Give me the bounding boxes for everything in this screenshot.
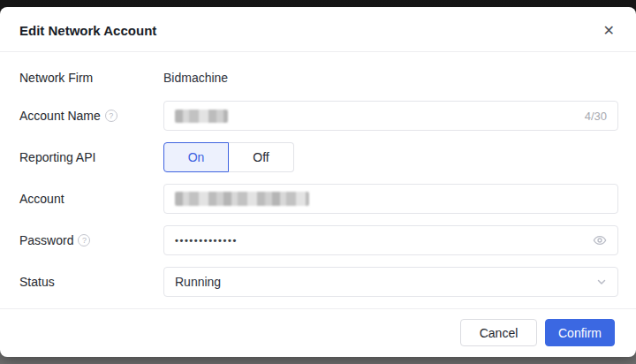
account-input[interactable]: [163, 184, 618, 214]
redacted-account-value: [175, 192, 309, 206]
edit-network-account-dialog: Edit Network Account ✕ Network Firm Bidm…: [0, 7, 636, 357]
eye-icon[interactable]: [593, 233, 607, 247]
account-row: Account: [19, 184, 618, 214]
confirm-button[interactable]: Confirm: [545, 319, 615, 346]
password-input[interactable]: •••••••••••••: [163, 225, 618, 255]
dialog-header: Edit Network Account ✕: [0, 7, 636, 51]
cancel-button[interactable]: Cancel: [460, 319, 537, 346]
status-select[interactable]: Running: [163, 267, 618, 297]
char-counter: 4/30: [585, 110, 607, 123]
account-name-input[interactable]: 4/30: [163, 101, 618, 131]
dialog-title: Edit Network Account: [19, 23, 156, 38]
reporting-api-toggle: On Off: [163, 142, 294, 172]
reporting-api-label: Reporting API: [19, 150, 163, 164]
network-firm-label: Network Firm: [19, 71, 163, 85]
status-row: Status Running: [19, 267, 618, 297]
dialog-body: Network Firm Bidmachine Account Name ? 4…: [0, 52, 636, 308]
status-label: Status: [19, 275, 163, 289]
masked-password-value: •••••••••••••: [175, 235, 238, 246]
close-icon[interactable]: ✕: [603, 24, 615, 38]
help-icon[interactable]: ?: [105, 110, 117, 122]
network-firm-value: Bidmachine: [163, 71, 228, 85]
reporting-api-on-button[interactable]: On: [163, 142, 229, 172]
account-label: Account: [19, 192, 163, 206]
account-name-label: Account Name: [19, 109, 101, 123]
account-name-row: Account Name ? 4/30: [19, 101, 618, 131]
chevron-down-icon: [596, 277, 607, 287]
password-label: Password: [19, 233, 73, 247]
reporting-api-row: Reporting API On Off: [19, 142, 618, 172]
redacted-account-name-value: [175, 110, 228, 123]
network-firm-row: Network Firm Bidmachine: [19, 71, 618, 85]
status-selected-value: Running: [175, 275, 221, 289]
reporting-api-off-button[interactable]: Off: [229, 142, 294, 172]
help-icon[interactable]: ?: [78, 234, 90, 246]
dialog-footer: Cancel Confirm: [0, 308, 636, 359]
password-row: Password ? •••••••••••••: [19, 225, 618, 255]
